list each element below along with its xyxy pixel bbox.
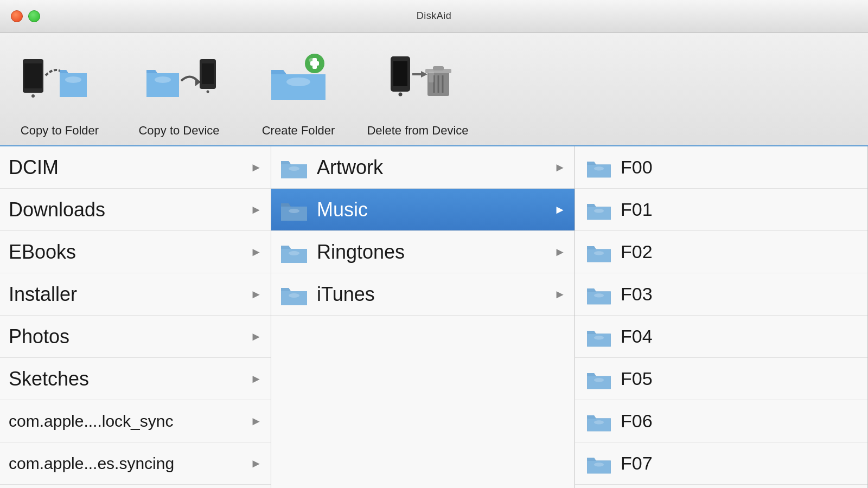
svg-rect-1 (24, 63, 42, 88)
create-folder-label: Create Folder (262, 124, 335, 138)
svg-point-27 (289, 209, 299, 213)
chevron-right-icon: ► (554, 245, 566, 259)
delete-from-device-button[interactable]: Delete from Device (358, 40, 477, 140)
list-item-com-apple-lock-sync[interactable]: com.apple....lock_sync ► (0, 400, 271, 442)
chevron-right-icon: ► (554, 160, 566, 175)
main-content: DCIM ► Downloads ► EBooks ► Installer ► … (0, 146, 868, 488)
create-folder-icon (255, 40, 342, 121)
folder-icon-selected (280, 198, 308, 222)
svg-point-2 (31, 94, 35, 98)
minimize-button[interactable] (28, 10, 40, 22)
svg-point-35 (594, 378, 604, 382)
folder-icon (586, 157, 612, 178)
list-item-dcim[interactable]: DCIM ► (0, 146, 271, 189)
delete-from-device-label: Delete from Device (367, 124, 468, 138)
right-pane: F00 F01 F02 (575, 146, 868, 488)
chevron-right-icon: ► (250, 457, 262, 471)
chevron-right-icon: ► (250, 414, 262, 428)
list-item-f06[interactable]: F06 (575, 400, 867, 442)
folder-icon (280, 282, 308, 306)
list-item-com-apple-es-syncing[interactable]: com.apple...es.syncing ► (0, 442, 271, 485)
chevron-right-icon: ► (250, 160, 262, 175)
list-item-f01[interactable]: F01 (575, 189, 867, 231)
copy-to-device-button[interactable]: Copy to Device (119, 40, 239, 140)
list-item-installer[interactable]: Installer ► (0, 273, 271, 316)
create-folder-button[interactable]: Create Folder (239, 40, 358, 140)
svg-point-5 (155, 76, 171, 83)
middle-pane: Artwork ► Music ► Ringtones ► (271, 146, 575, 488)
list-item-f04[interactable]: F04 (575, 316, 867, 358)
folder-icon (586, 410, 612, 432)
list-item-downloads[interactable]: Downloads ► (0, 189, 271, 231)
svg-point-31 (594, 209, 604, 213)
svg-point-33 (594, 293, 604, 297)
svg-point-32 (594, 251, 604, 255)
list-item-f05[interactable]: F05 (575, 358, 867, 400)
chevron-right-icon: ► (250, 245, 262, 259)
folder-icon (280, 156, 308, 179)
copy-to-device-label: Copy to Device (138, 124, 219, 138)
svg-point-30 (594, 166, 604, 170)
svg-point-34 (594, 336, 604, 339)
chevron-right-icon-selected: ► (554, 203, 566, 217)
copy-to-folder-icon (16, 40, 103, 121)
svg-point-9 (207, 91, 209, 93)
list-item-artwork[interactable]: Artwork ► (271, 146, 575, 189)
list-item-sketches[interactable]: Sketches ► (0, 358, 271, 400)
svg-point-26 (289, 166, 299, 171)
list-item-f00[interactable]: F00 (575, 146, 867, 189)
svg-point-14 (309, 58, 315, 62)
copy-to-folder-button[interactable]: Copy to Folder (0, 40, 119, 140)
svg-point-29 (289, 293, 299, 298)
list-item-ebooks[interactable]: EBooks ► (0, 231, 271, 273)
svg-point-28 (289, 251, 299, 255)
list-item-ringtones[interactable]: Ringtones ► (271, 231, 575, 273)
svg-point-4 (65, 76, 81, 83)
list-item-music[interactable]: Music ► (271, 189, 575, 231)
chevron-right-icon: ► (250, 287, 262, 301)
delete-from-device-icon (374, 40, 461, 121)
window-title: DiskAid (417, 10, 452, 22)
list-item-f03[interactable]: F03 (575, 273, 867, 316)
chevron-right-icon: ► (554, 287, 566, 301)
title-bar: DiskAid (0, 0, 868, 33)
left-pane: DCIM ► Downloads ► EBooks ► Installer ► … (0, 146, 271, 488)
copy-to-folder-label: Copy to Folder (21, 124, 99, 138)
toolbar: Copy to Folder Copy to Device (0, 33, 868, 146)
svg-point-17 (399, 93, 403, 97)
list-item-f07[interactable]: F07 (575, 442, 867, 485)
traffic-lights (11, 10, 40, 22)
list-item-f02[interactable]: F02 (575, 231, 867, 273)
close-button[interactable] (11, 10, 23, 22)
svg-rect-8 (202, 63, 214, 84)
folder-icon (586, 326, 612, 348)
list-item-photos[interactable]: Photos ► (0, 316, 271, 358)
svg-rect-16 (393, 61, 407, 86)
folder-icon (586, 284, 612, 305)
svg-point-37 (594, 463, 604, 466)
folder-icon (586, 368, 612, 390)
folder-icon (586, 453, 612, 474)
svg-point-10 (286, 78, 310, 86)
chevron-right-icon: ► (250, 330, 262, 344)
svg-rect-21 (433, 66, 444, 70)
folder-icon (586, 241, 612, 263)
copy-to-device-icon (136, 40, 222, 121)
chevron-right-icon: ► (250, 203, 262, 217)
folder-icon (586, 199, 612, 221)
chevron-right-icon: ► (250, 372, 262, 386)
svg-rect-25 (429, 72, 434, 82)
list-item-itunes[interactable]: iTunes ► (271, 273, 575, 316)
folder-icon (280, 240, 308, 264)
svg-point-36 (594, 420, 604, 424)
